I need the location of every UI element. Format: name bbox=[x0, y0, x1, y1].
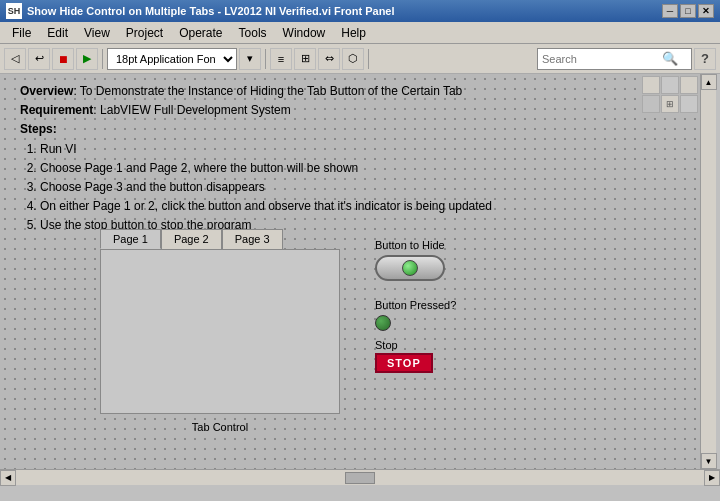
menu-help[interactable]: Help bbox=[333, 22, 374, 43]
toolbar: ◁ ↩ ⏹ ▶ 18pt Application Font ▾ ≡ ⊞ ⇔ ⬡ … bbox=[0, 44, 720, 74]
requirement-label: Requirement bbox=[20, 103, 93, 117]
close-button[interactable]: ✕ bbox=[698, 4, 714, 18]
thumb-cell-6 bbox=[680, 95, 698, 113]
overview-line: Overview: To Demonstrate the Instance of… bbox=[20, 82, 680, 101]
align-button[interactable]: ≡ bbox=[270, 48, 292, 70]
step-2: Choose Page 1 and Page 2, where the butt… bbox=[40, 159, 680, 178]
reorder-button[interactable]: ⬡ bbox=[342, 48, 364, 70]
resize-button[interactable]: ⇔ bbox=[318, 48, 340, 70]
vertical-scrollbar: ▲ ▼ bbox=[700, 74, 716, 469]
maximize-button[interactable]: □ bbox=[680, 4, 696, 18]
hscroll-thumb[interactable] bbox=[345, 472, 375, 484]
forward-button[interactable]: ↩ bbox=[28, 48, 50, 70]
overview-text: : To Demonstrate the Instance of Hiding … bbox=[73, 84, 462, 98]
button-to-hide-container: Button to Hide bbox=[375, 239, 445, 281]
title-controls: ─ □ ✕ bbox=[662, 4, 714, 18]
button-to-hide-label: Button to Hide bbox=[375, 239, 445, 251]
thumb-cell-5: ⊞ bbox=[661, 95, 679, 113]
scroll-track[interactable] bbox=[702, 90, 716, 453]
back-button[interactable]: ◁ bbox=[4, 48, 26, 70]
text-content: Overview: To Demonstrate the Instance of… bbox=[20, 82, 680, 236]
stop-label: Stop bbox=[375, 339, 433, 351]
title-bar: SH Show Hide Control on Multiple Tabs - … bbox=[0, 0, 720, 22]
menu-tools[interactable]: Tools bbox=[231, 22, 275, 43]
overview-label: Overview bbox=[20, 84, 73, 98]
search-box: 🔍 bbox=[537, 48, 692, 70]
window-icon: SH bbox=[6, 3, 22, 19]
menu-view[interactable]: View bbox=[76, 22, 118, 43]
stop-button[interactable]: STOP bbox=[375, 353, 433, 373]
menu-project[interactable]: Project bbox=[118, 22, 171, 43]
button-pressed-container: Button Pressed? bbox=[375, 299, 456, 331]
step-3: Choose Page 3 and the button disappears bbox=[40, 178, 680, 197]
step-4: On either Page 1 or 2, click the button … bbox=[40, 197, 680, 216]
menu-edit[interactable]: Edit bbox=[39, 22, 76, 43]
search-icon[interactable]: 🔍 bbox=[662, 51, 678, 66]
separator-1 bbox=[102, 49, 103, 69]
tab-control-container: Page 1 Page 2 Page 3 Tab Control bbox=[100, 229, 360, 414]
requirement-text: : LabVIEW Full Development System bbox=[93, 103, 290, 117]
window-title: Show Hide Control on Multiple Tabs - LV2… bbox=[27, 5, 662, 17]
thumb-cell-2 bbox=[661, 76, 679, 94]
menu-file[interactable]: File bbox=[4, 22, 39, 43]
horizontal-scrollbar: ◀ ▶ bbox=[0, 469, 720, 485]
thumbnail-grid: ⊞ bbox=[642, 76, 698, 113]
minimize-button[interactable]: ─ bbox=[662, 4, 678, 18]
separator-3 bbox=[368, 49, 369, 69]
tab-content: Tab Control bbox=[100, 249, 340, 414]
help-button[interactable]: ? bbox=[694, 48, 716, 70]
stop-container: Stop STOP bbox=[375, 339, 433, 373]
menu-operate[interactable]: Operate bbox=[171, 22, 230, 43]
tab-control-label: Tab Control bbox=[192, 421, 248, 433]
pressed-indicator-led bbox=[375, 315, 391, 331]
button-pressed-label: Button Pressed? bbox=[375, 299, 456, 311]
menu-window[interactable]: Window bbox=[275, 22, 334, 43]
thumb-cell-1 bbox=[642, 76, 660, 94]
tab-page2[interactable]: Page 2 bbox=[161, 229, 222, 249]
scroll-up-button[interactable]: ▲ bbox=[701, 74, 717, 90]
run-button[interactable]: ▶ bbox=[76, 48, 98, 70]
menu-bar: File Edit View Project Operate Tools Win… bbox=[0, 22, 720, 44]
oval-button[interactable] bbox=[375, 255, 445, 281]
scroll-right-button[interactable]: ▶ bbox=[704, 470, 720, 486]
scroll-down-button[interactable]: ▼ bbox=[701, 453, 717, 469]
distribute-button[interactable]: ⊞ bbox=[294, 48, 316, 70]
hscroll-track[interactable] bbox=[16, 471, 704, 485]
steps-list: Run VI Choose Page 1 and Page 2, where t… bbox=[40, 140, 680, 236]
tab-header: Page 1 Page 2 Page 3 bbox=[100, 229, 360, 249]
tab-page1[interactable]: Page 1 bbox=[100, 229, 161, 249]
requirement-line: Requirement: LabVIEW Full Development Sy… bbox=[20, 101, 680, 120]
search-input[interactable] bbox=[542, 53, 662, 65]
font-select[interactable]: 18pt Application Font bbox=[107, 48, 237, 70]
tab-page3[interactable]: Page 3 bbox=[222, 229, 283, 249]
grid-area[interactable]: Overview: To Demonstrate the Instance of… bbox=[0, 74, 700, 469]
scroll-left-button[interactable]: ◀ bbox=[0, 470, 16, 486]
button-led bbox=[402, 260, 418, 276]
step-1: Run VI bbox=[40, 140, 680, 159]
main-content-area: Overview: To Demonstrate the Instance of… bbox=[0, 74, 720, 469]
thumb-cell-4 bbox=[642, 95, 660, 113]
font-dropdown[interactable]: ▾ bbox=[239, 48, 261, 70]
stop-run-button[interactable]: ⏹ bbox=[52, 48, 74, 70]
steps-label: Steps: bbox=[20, 120, 680, 139]
thumb-cell-3 bbox=[680, 76, 698, 94]
separator-2 bbox=[265, 49, 266, 69]
